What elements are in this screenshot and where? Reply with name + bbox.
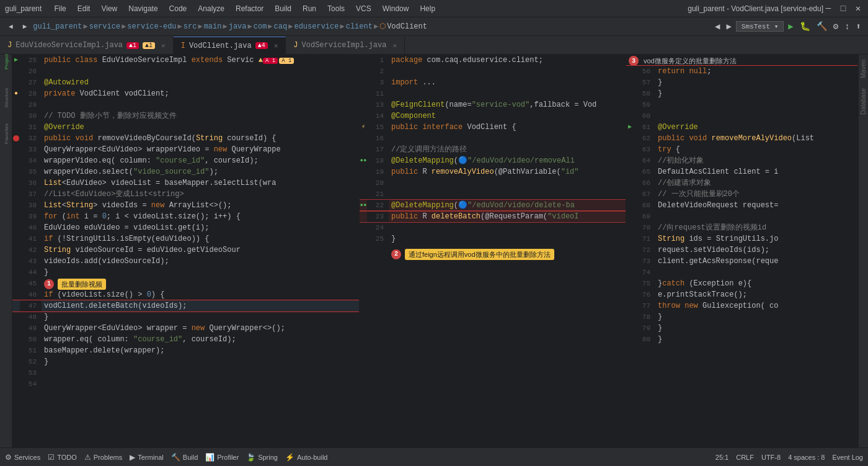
menu-code[interactable]: Code: [164, 3, 192, 14]
line-content-m3: import ...: [389, 77, 626, 88]
menu-view[interactable]: View: [96, 3, 122, 14]
line-num-r72: 72: [634, 244, 655, 256]
breakpoint-32: [13, 135, 19, 141]
gutter-39: [12, 211, 20, 222]
menu-run[interactable]: Run: [298, 3, 321, 14]
run-marker-25: ▶: [14, 55, 18, 66]
line-num-m-c2: 72: [367, 248, 389, 259]
tab-label-vod: VodClient.java: [189, 42, 252, 50]
back-button[interactable]: ◀: [5, 21, 17, 32]
menu-navigate[interactable]: Navigate: [123, 3, 162, 14]
menu-help[interactable]: Help: [415, 3, 440, 14]
close-button[interactable]: ✕: [853, 4, 863, 14]
tab-vod-service[interactable]: J VodServiceImpl.java ✕: [286, 37, 405, 54]
breadcrumb-service-edu[interactable]: service-edu: [127, 22, 176, 31]
gutter-42: [12, 244, 20, 256]
status-profiler[interactable]: 📊 Profiler: [205, 453, 239, 462]
run-config-selector[interactable]: SmsTest ▾: [736, 21, 784, 32]
build-button[interactable]: 🔨: [815, 21, 829, 32]
line-num-m1: 1: [367, 55, 389, 66]
database-label[interactable]: Database: [859, 83, 868, 120]
breadcrumb-caq[interactable]: caq: [274, 22, 288, 31]
code-line-46: 46 if (videoList.size() > 0) {: [12, 289, 359, 300]
menu-window[interactable]: Window: [378, 3, 414, 14]
line-content-47: vodClient.deleteBatch(videoIds);: [42, 300, 359, 311]
code-area-left[interactable]: ▶ 25 public class EduVideoServiceImpl ex…: [12, 55, 359, 447]
debug-button[interactable]: 🐛: [798, 21, 812, 32]
sidebar-favorites-icon[interactable]: Favorites: [1, 129, 11, 139]
profiler-icon: 📊: [205, 453, 215, 462]
menu-analyze[interactable]: Analyze: [193, 3, 229, 14]
menu-refactor[interactable]: Refactor: [231, 3, 268, 14]
maximize-button[interactable]: □: [838, 4, 848, 14]
line-num-50: 50: [20, 334, 42, 345]
tab-close-vod[interactable]: ✕: [274, 42, 278, 50]
nav-back-icon[interactable]: ◀: [713, 21, 722, 32]
forward-button[interactable]: ▶: [19, 21, 31, 32]
minimize-button[interactable]: ─: [823, 4, 833, 14]
status-todo[interactable]: ☑ TODO: [48, 453, 77, 462]
menu-build[interactable]: Build: [270, 3, 296, 14]
breadcrumb-service[interactable]: service: [89, 22, 120, 31]
breadcrumb-project[interactable]: guli_parent: [33, 22, 82, 31]
gutter-41: [12, 233, 20, 244]
menu-edit[interactable]: Edit: [73, 3, 95, 14]
vcs-icon[interactable]: ↕: [843, 22, 851, 32]
breadcrumb-vodclient-icon: ⬡: [379, 22, 386, 31]
line-content-r75: }catch (Exception e){: [655, 278, 857, 289]
indent-setting[interactable]: 4 spaces : 8: [788, 454, 825, 461]
line-num-54: 54: [20, 379, 42, 390]
tab-close-edu[interactable]: ✕: [161, 42, 166, 50]
push-icon[interactable]: ⬆: [854, 21, 863, 32]
line-content-m23: public R deleteBatch(@RequestParam("vide…: [389, 211, 626, 222]
menu-file[interactable]: File: [49, 3, 71, 14]
line-content-50: wrapper.eq( column: "course_id", courseI…: [42, 334, 359, 345]
breadcrumb-eduservice[interactable]: eduservice: [294, 22, 339, 31]
code-line-51: 51 baseMapper.delete(wrapper);: [12, 345, 359, 356]
tab-edu-video[interactable]: J EduVideoServiceImpl.java ▲1 ▲1 ✕: [0, 37, 174, 54]
maven-label[interactable]: Maven: [859, 55, 868, 83]
code-area-mid[interactable]: 1 package com.caq.eduservice.client; 2 3…: [360, 55, 626, 447]
tab-vod-client[interactable]: I VodClient.java ▲4 ✕: [174, 37, 286, 54]
gutter-r79: [626, 323, 634, 334]
breadcrumb-src[interactable]: src: [184, 22, 197, 31]
status-spring[interactable]: 🍃 Spring: [246, 453, 278, 462]
nav-fwd-icon[interactable]: ▶: [724, 21, 733, 32]
settings-icon[interactable]: ⚙: [831, 21, 840, 32]
breadcrumb-client[interactable]: client: [346, 22, 373, 31]
status-terminal[interactable]: ▶ Terminal: [130, 453, 164, 462]
sidebar-project-icon[interactable]: Project: [1, 57, 11, 67]
code-line-r75: 75 }catch (Exception e){: [626, 278, 857, 289]
status-services[interactable]: ⚙ Services: [5, 453, 40, 462]
tab-icon-edu: J: [7, 41, 12, 50]
breadcrumb-com[interactable]: com: [254, 22, 267, 31]
run-button[interactable]: ▶: [786, 21, 795, 32]
status-auto-build[interactable]: ⚡ Auto-build: [285, 453, 328, 462]
file-encoding[interactable]: UTF-8: [761, 454, 781, 461]
line-content-37: //List<EduVideo>变成List<string>: [42, 189, 359, 200]
line-num-43: 43: [20, 256, 42, 267]
cursor-position[interactable]: 25:1: [715, 454, 728, 461]
line-num-r73: 73: [634, 256, 655, 267]
breadcrumb-current[interactable]: VodClient: [387, 22, 427, 31]
window-controls: ─ □ ✕: [823, 4, 863, 14]
breadcrumb-main[interactable]: main: [204, 22, 222, 31]
line-num-53: 53: [20, 367, 42, 379]
status-build[interactable]: 🔨 Build: [171, 453, 198, 462]
menu-tools[interactable]: Tools: [322, 3, 350, 14]
menu-vcs[interactable]: VCS: [351, 3, 376, 14]
right-sidebar: Maven Database: [858, 55, 868, 447]
line-content-r58: }: [655, 88, 857, 99]
line-ending[interactable]: CRLF: [736, 454, 754, 461]
gutter-26: [12, 66, 20, 77]
status-problems[interactable]: ⚠ Problems: [84, 453, 122, 462]
breadcrumb-java[interactable]: java: [229, 22, 247, 31]
line-num-r62: 62: [634, 133, 655, 144]
gutter-38: [12, 200, 20, 211]
tab-close-svc[interactable]: ✕: [392, 42, 397, 50]
code-area-right[interactable]: 56 return null; 57 } 58 }: [626, 66, 857, 447]
line-content-54: [42, 379, 359, 390]
sidebar-structure-icon[interactable]: Structure: [1, 93, 11, 103]
line-content-r57: }: [655, 77, 857, 88]
event-log[interactable]: Event Log: [832, 454, 863, 461]
